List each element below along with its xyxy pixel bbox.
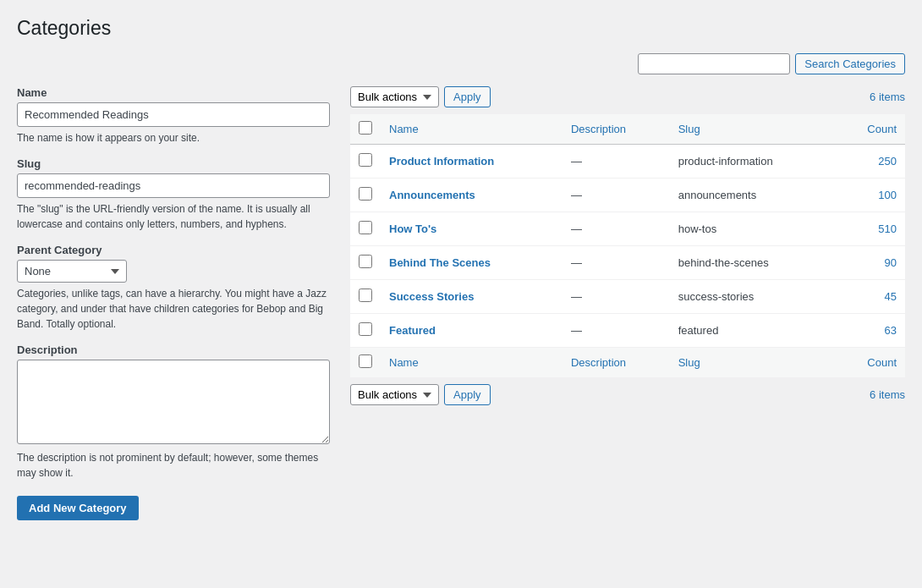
row-name-link-1[interactable]: Announcements [389,189,475,201]
bottom-table-bar: Bulk actions Apply 6 items [350,384,905,405]
row-count-3: 90 [836,246,905,280]
top-search-bar: Search Categories [17,53,905,74]
table-row: Behind The Scenes — behind-the-scenes 90 [350,246,905,280]
row-check-2 [350,212,381,246]
description-textarea[interactable] [17,360,330,444]
header-name[interactable]: Name [381,114,563,145]
parent-select[interactable]: None [17,260,127,283]
select-all-checkbox[interactable] [359,121,372,135]
row-description-4: — [563,280,670,314]
row-slug-3: behind-the-scenes [670,246,837,280]
row-description-3: — [563,246,670,280]
row-count-5: 63 [836,314,905,348]
slug-input[interactable] [17,173,330,198]
row-checkbox-1[interactable] [359,187,372,201]
row-check-5 [350,314,381,348]
header-description[interactable]: Description [563,114,670,145]
row-count-1: 100 [836,179,905,212]
footer-slug[interactable]: Slug [670,348,837,378]
add-category-button[interactable]: Add New Category [17,496,139,520]
row-name-link-3[interactable]: Behind The Scenes [389,256,491,269]
row-count-0: 250 [836,145,905,179]
bottom-bulk-row: Bulk actions Apply [350,384,491,405]
form-section-description: Description The description is not promi… [17,343,330,481]
items-count-top: 6 items [870,91,905,103]
row-name-link-2[interactable]: How To's [389,223,436,235]
row-name-3: Behind The Scenes [381,246,563,280]
row-checkbox-3[interactable] [359,255,372,268]
row-name-4: Success Stories [381,280,563,314]
row-count-4: 45 [836,280,905,314]
categories-table-panel: Bulk actions Apply 6 items Name Descript… [350,86,905,405]
footer-name[interactable]: Name [381,348,563,378]
footer-description[interactable]: Description [563,348,670,378]
row-count-2: 510 [836,212,905,246]
row-check-1 [350,179,381,212]
items-count-bottom: 6 items [870,388,905,401]
row-checkbox-5[interactable] [359,322,372,336]
name-input[interactable] [17,102,330,127]
search-input[interactable] [638,53,790,74]
bottom-bulk-actions-select[interactable]: Bulk actions [350,384,439,405]
header-count[interactable]: Count [836,114,905,145]
table-row: Announcements — announcements 100 [350,179,905,212]
table-row: Product Information — product-informatio… [350,145,905,179]
row-name-link-0[interactable]: Product Information [389,155,494,168]
row-name-link-4[interactable]: Success Stories [389,290,474,303]
parent-hint: Categories, unlike tags, can have a hier… [17,286,330,332]
row-checkbox-2[interactable] [359,221,372,234]
top-table-bar: Bulk actions Apply 6 items [350,86,905,107]
row-name-1: Announcements [381,179,563,212]
bottom-apply-button[interactable]: Apply [444,384,491,405]
name-hint: The name is how it appears on your site. [17,130,330,146]
top-bulk-row: Bulk actions Apply [350,86,491,107]
row-slug-5: featured [670,314,837,348]
row-check-4 [350,280,381,314]
row-name-link-5[interactable]: Featured [389,324,436,337]
description-label: Description [17,343,330,356]
row-name-0: Product Information [381,145,563,179]
row-description-1: — [563,179,670,212]
form-section-slug: Slug The "slug" is the URL-friendly vers… [17,157,330,232]
top-bulk-actions-select[interactable]: Bulk actions [350,86,439,107]
parent-label: Parent Category [17,244,330,256]
main-layout: Name The name is how it appears on your … [17,86,905,520]
search-button[interactable]: Search Categories [795,53,905,74]
header-slug[interactable]: Slug [670,114,837,145]
footer-check [350,348,381,378]
top-apply-button[interactable]: Apply [444,86,491,107]
row-checkbox-0[interactable] [359,153,372,167]
row-description-2: — [563,212,670,246]
row-slug-1: announcements [670,179,837,212]
row-description-5: — [563,314,670,348]
table-row: Success Stories — success-stories 45 [350,280,905,314]
table-footer-row: Name Description Slug Count [350,348,905,378]
page-title: Categories [17,17,905,40]
row-description-0: — [563,145,670,179]
row-name-2: How To's [381,212,563,246]
row-check-3 [350,246,381,280]
table-row: How To's — how-tos 510 [350,212,905,246]
row-check-0 [350,145,381,179]
slug-hint: The "slug" is the URL-friendly version o… [17,201,330,232]
header-check [350,114,381,145]
row-slug-2: how-tos [670,212,837,246]
table-header-row: Name Description Slug Count [350,114,905,145]
table-row: Featured — featured 63 [350,314,905,348]
name-label: Name [17,86,330,99]
footer-count[interactable]: Count [836,348,905,378]
row-slug-4: success-stories [670,280,837,314]
slug-label: Slug [17,157,330,170]
form-section-name: Name The name is how it appears on your … [17,86,330,146]
categories-table: Name Description Slug Count Product Info… [350,114,905,377]
description-hint: The description is not prominent by defa… [17,450,330,481]
row-checkbox-4[interactable] [359,289,372,302]
form-section-parent: Parent Category None Categories, unlike … [17,244,330,332]
row-slug-0: product-information [670,145,837,179]
select-all-bottom-checkbox[interactable] [359,354,372,368]
row-name-5: Featured [381,314,563,348]
add-category-panel: Name The name is how it appears on your … [17,86,330,520]
